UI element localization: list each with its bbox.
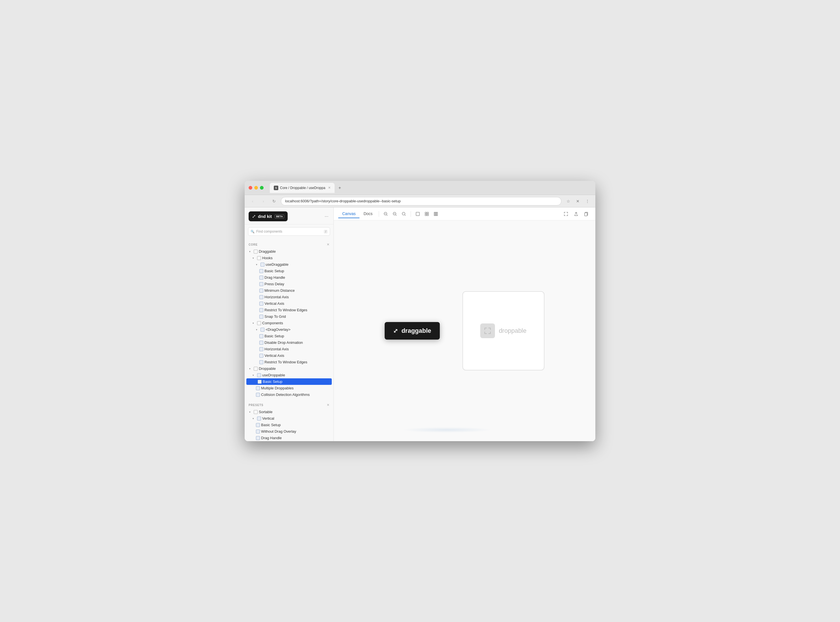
sidebar-item-collision-detection[interactable]: Collision Detection Algorithms — [245, 391, 333, 398]
url-text: localhost:6006/?path=/story/core-droppab… — [285, 199, 401, 203]
story-icon — [259, 347, 263, 351]
close-button[interactable] — [249, 186, 252, 190]
core-section-close[interactable]: ✕ — [327, 242, 330, 247]
menu-button[interactable]: ⋮ — [583, 197, 591, 205]
sidebar-item-label: Hooks — [262, 256, 331, 260]
sidebar-item-basic-setup-drag[interactable]: Basic Setup — [245, 268, 333, 274]
sidebar-item-label: Sortable — [259, 410, 331, 414]
sidebar-item-horiz-overlay[interactable]: Horizontal Axis — [245, 346, 333, 352]
copy-link-button[interactable] — [582, 209, 591, 218]
canvas-inner: ⤢ draggable droppable — [334, 220, 595, 441]
draggable-element[interactable]: ⤢ draggable — [385, 322, 440, 340]
new-tab-button[interactable]: + — [336, 184, 344, 192]
arrow-icon: ▾ — [253, 322, 256, 325]
sidebar-item-label: Minimum Distance — [265, 288, 331, 293]
svg-line-1 — [387, 215, 388, 216]
grid-button[interactable] — [422, 209, 431, 218]
search-bar[interactable]: 🔍 Find components / — [248, 227, 330, 236]
back-button[interactable]: ‹ — [249, 197, 257, 205]
tab-bar: S Core / Droppable / useDroppa ✕ + — [270, 183, 591, 193]
sidebar-item-usedroppable[interactable]: ▾ useDroppable — [245, 372, 333, 378]
forward-button[interactable]: › — [259, 197, 267, 205]
svg-rect-15 — [435, 212, 437, 216]
url-bar[interactable]: localhost:6006/?path=/story/core-droppab… — [281, 197, 562, 206]
story-icon — [256, 436, 260, 440]
core-section-label: CORE — [249, 243, 258, 246]
sidebar-item-restrict-overlay[interactable]: Restrict To Window Edges — [245, 359, 333, 365]
browser-tab[interactable]: S Core / Droppable / useDroppa ✕ — [270, 183, 335, 193]
story-icon — [259, 334, 263, 338]
sidebar-item-press-delay[interactable]: Press Delay — [245, 281, 333, 287]
sidebar-item-multiple-droppables[interactable]: Multiple Droppables — [245, 385, 333, 391]
logo: ⤢ dnd kit BETA — [249, 211, 288, 221]
sidebar-item-disable-drop[interactable]: Disable Drop Animation — [245, 339, 333, 346]
tab-canvas[interactable]: Canvas — [338, 210, 359, 218]
sidebar-menu-button[interactable]: ··· — [324, 213, 330, 220]
sidebar-item-basic-setup-drop[interactable]: Basic Setup — [247, 378, 332, 385]
svg-line-4 — [396, 215, 397, 216]
bookmark-button[interactable]: ☆ — [564, 197, 572, 205]
svg-line-8 — [405, 215, 406, 216]
presets-section-close[interactable]: ✕ — [327, 403, 330, 407]
sidebar-item-components[interactable]: ▾ Components — [245, 320, 333, 326]
arrow-icon: ▾ — [249, 411, 253, 413]
sidebar-item-without-drag-overlay[interactable]: Without Drag Overlay — [245, 428, 333, 434]
sidebar-item-draggable[interactable]: ▾ Draggable — [245, 248, 333, 255]
sidebar-item-label: Without Drag Overlay — [261, 429, 331, 433]
frame-button[interactable] — [413, 209, 422, 218]
arrow-icon: ▾ — [253, 374, 256, 377]
sidebar-item-droppable[interactable]: ▾ Droppable — [245, 365, 333, 372]
story-icon — [259, 360, 263, 364]
sidebar-item-drag-handle-sort[interactable]: Drag Handle — [245, 434, 333, 441]
sidebar-item-vertical-axis[interactable]: Vertical Axis — [245, 300, 333, 307]
sidebar-item-horizontal-axis[interactable]: Horizontal Axis — [245, 294, 333, 300]
logo-icon: ⤢ — [252, 213, 256, 219]
tab-favicon: S — [274, 186, 278, 190]
sidebar-item-label: Basic Setup — [263, 380, 329, 384]
logo-text: dnd kit — [258, 214, 272, 219]
story-icon — [259, 295, 263, 299]
sidebar-item-label: Basic Setup — [265, 269, 331, 273]
sidebar-item-snap-to-grid[interactable]: Snap To Grid — [245, 313, 333, 320]
droppable-zone[interactable]: droppable — [463, 291, 545, 370]
presets-section-header: PRESETS ✕ — [245, 401, 333, 409]
zoom-reset-button[interactable] — [399, 209, 408, 218]
sidebar-item-drag-overlay[interactable]: ▾ <DragOverlay> — [245, 326, 333, 333]
component-icon — [257, 416, 261, 421]
svg-rect-18 — [584, 213, 587, 216]
sidebar-item-basic-setup-sort[interactable]: Basic Setup — [245, 422, 333, 428]
fullscreen-button[interactable] — [562, 209, 571, 218]
columns-button[interactable] — [431, 209, 440, 218]
component-icon — [257, 373, 261, 377]
minimize-button[interactable] — [254, 186, 258, 190]
sidebar-content: CORE ✕ ▾ Draggable ▾ Hooks ▾ us — [245, 239, 333, 441]
sidebar-item-vert-overlay[interactable]: Vertical Axis — [245, 352, 333, 359]
tab-close-button[interactable]: ✕ — [328, 186, 331, 190]
sidebar-item-hooks[interactable]: ▾ Hooks — [245, 255, 333, 261]
sidebar-item-sortable[interactable]: ▾ Sortable — [245, 409, 333, 415]
folder-icon — [257, 256, 261, 260]
sidebar-item-restrict-window-drag[interactable]: Restrict To Window Edges — [245, 307, 333, 313]
profile-button[interactable]: ✕ — [574, 197, 582, 205]
svg-rect-16 — [437, 212, 438, 216]
arrow-icon: ▾ — [256, 263, 259, 266]
zoom-in-button[interactable] — [381, 209, 390, 218]
sidebar-item-vertical[interactable]: ▾ Vertical — [245, 415, 333, 422]
sidebar-item-label: Multiple Droppables — [261, 386, 331, 390]
sidebar-item-drag-handle[interactable]: Drag Handle — [245, 274, 333, 281]
share-button[interactable] — [572, 209, 581, 218]
sidebar-item-minimum-distance[interactable]: Minimum Distance — [245, 287, 333, 294]
sidebar-item-label: Restrict To Window Edges — [265, 308, 331, 312]
reload-button[interactable]: ↻ — [270, 197, 278, 205]
logo-beta: BETA — [275, 215, 284, 218]
sidebar-item-usedraggable[interactable]: ▾ useDraggable — [245, 261, 333, 268]
folder-icon — [257, 321, 261, 325]
address-bar: ‹ › ↻ localhost:6006/?path=/story/core-d… — [245, 195, 595, 207]
sidebar-item-basic-setup-overlay[interactable]: Basic Setup — [245, 333, 333, 339]
core-section-header: CORE ✕ — [245, 241, 333, 248]
svg-rect-14 — [434, 212, 435, 216]
maximize-button[interactable] — [260, 186, 263, 190]
zoom-out-button[interactable] — [390, 209, 399, 218]
tab-docs[interactable]: Docs — [359, 210, 376, 218]
story-icon — [259, 315, 263, 319]
